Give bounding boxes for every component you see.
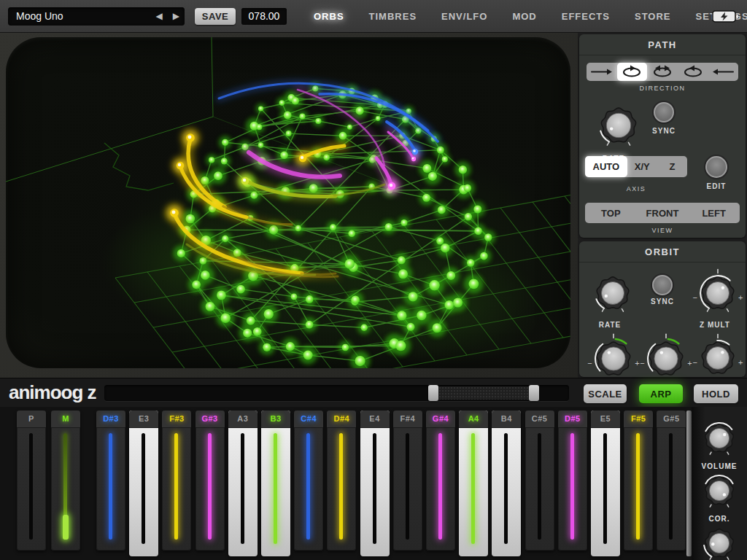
- key-stripe: [471, 433, 475, 544]
- cor-knob[interactable]: [692, 464, 746, 518]
- next-preset-icon[interactable]: ▶: [168, 7, 185, 26]
- path-sync-label: SYNC: [643, 127, 684, 135]
- key-label: A4: [459, 411, 488, 428]
- key-E3[interactable]: E3: [129, 411, 158, 556]
- key-label: F#3: [162, 411, 191, 428]
- key-stripe: [274, 433, 277, 544]
- key-Fs3[interactable]: F#3: [162, 411, 191, 551]
- orb-display-bezel: [0, 33, 578, 378]
- svg-text:+: +: [738, 293, 743, 302]
- path-panel-title: PATH: [579, 34, 746, 55]
- key-label: C#4: [294, 411, 323, 428]
- slider-range-fill: [430, 386, 538, 400]
- tab-effects[interactable]: EFFECTS: [549, 0, 622, 33]
- key-Fs5[interactable]: F#5: [624, 411, 653, 551]
- direction-selector: [587, 63, 738, 81]
- key-B4[interactable]: B4: [492, 411, 521, 556]
- key-label: M: [51, 411, 80, 428]
- key-label: G#5: [657, 411, 686, 428]
- key-E5[interactable]: E5: [591, 411, 620, 556]
- svg-text:−: −: [693, 293, 697, 302]
- tab-store[interactable]: STORE: [622, 0, 684, 33]
- key-stripe: [570, 433, 574, 540]
- key-Cs5[interactable]: C#5: [525, 411, 554, 551]
- svg-text:−: −: [693, 358, 697, 367]
- key-Fs4[interactable]: F#4: [393, 411, 422, 551]
- key-stripe: [636, 433, 640, 540]
- partial-key[interactable]: [686, 411, 692, 556]
- key-label: D#4: [327, 411, 356, 428]
- view-option-left[interactable]: LEFT: [688, 203, 740, 223]
- view-option-top[interactable]: TOP: [585, 203, 637, 223]
- tab-env-lfo[interactable]: ENV/LFO: [429, 0, 500, 33]
- direction-loop-backward-icon[interactable]: [678, 63, 708, 81]
- key-stripe: [306, 433, 310, 540]
- key-Gs4[interactable]: G#4: [426, 411, 455, 551]
- axis-selector: AUTOX/YZ: [585, 156, 687, 177]
- key-Gs3[interactable]: G#3: [196, 411, 225, 551]
- tab-orbs[interactable]: ORBS: [301, 0, 357, 33]
- key-label: G#3: [196, 411, 225, 428]
- slider-handle-left[interactable]: [428, 385, 438, 401]
- key-P[interactable]: P: [17, 411, 46, 551]
- direction-forward-icon[interactable]: [587, 63, 617, 81]
- key-M[interactable]: M: [51, 411, 80, 551]
- key-B3[interactable]: B3: [261, 411, 290, 556]
- key-label: B4: [492, 411, 521, 428]
- key-label: E3: [129, 411, 158, 428]
- prev-preset-icon[interactable]: ◀: [151, 7, 168, 26]
- keyboard: PMD#3E3F#3G#3A3B3C#4D#4E4F#4G#4A4B4C#5D#…: [0, 407, 747, 560]
- hold-button[interactable]: HOLD: [694, 384, 738, 403]
- arp-button[interactable]: ARP: [639, 384, 683, 403]
- slider-handle-right[interactable]: [529, 385, 539, 401]
- orbit-rate-knob[interactable]: [584, 264, 642, 322]
- save-button[interactable]: SAVE: [195, 8, 236, 25]
- top-tabs: ORBSTIMBRESENV/LFOMODEFFECTSSTORESETTING…: [301, 0, 747, 33]
- axis-label: AXIS: [585, 185, 687, 192]
- orb-display[interactable]: [6, 37, 570, 368]
- orbit-zmult-knob[interactable]: −+: [689, 264, 747, 322]
- view-option-front[interactable]: FRONT: [637, 203, 689, 223]
- axis-option-x-y[interactable]: X/Y: [627, 156, 657, 177]
- path-sync-button[interactable]: [654, 102, 674, 122]
- key-Ds4[interactable]: D#4: [327, 411, 356, 551]
- battery-charging-icon: [712, 9, 738, 26]
- volume-knob[interactable]: [692, 411, 746, 465]
- bottom-bar: animoog z SCALE ARP HOLD: [0, 378, 747, 407]
- svg-text:−: −: [587, 359, 592, 368]
- direction-backward-icon[interactable]: [708, 63, 738, 81]
- path-rate-knob[interactable]: [588, 95, 649, 156]
- key-label: F#4: [393, 411, 422, 428]
- edit-button[interactable]: [705, 156, 727, 178]
- key-A4[interactable]: A4: [459, 411, 488, 556]
- direction-ping-pong-icon[interactable]: [647, 63, 678, 81]
- key-label: P: [17, 411, 46, 428]
- key-stripe: [142, 433, 145, 544]
- direction-loop-forward-icon[interactable]: [617, 63, 648, 81]
- key-A3[interactable]: A3: [228, 411, 258, 556]
- glide-knob[interactable]: [692, 516, 746, 560]
- keyboard-range-slider[interactable]: [104, 385, 569, 401]
- key-stripe: [438, 433, 442, 540]
- key-label: G#4: [426, 411, 455, 428]
- key-label: E4: [360, 411, 390, 428]
- key-Gs5[interactable]: G#5: [657, 411, 686, 551]
- key-E4[interactable]: E4: [360, 411, 390, 556]
- key-Ds5[interactable]: D#5: [558, 411, 587, 551]
- scale-button[interactable]: SCALE: [584, 384, 627, 403]
- axis-option-auto[interactable]: AUTO: [585, 156, 627, 177]
- preset-selector[interactable]: Moog Uno ◀ ▶: [8, 7, 185, 26]
- value-display[interactable]: 078.00: [241, 8, 287, 25]
- animoog-app: Moog Uno ◀ ▶ SAVE 078.00 ORBSTIMBRESENV/…: [0, 0, 747, 560]
- key-Cs4[interactable]: C#4: [294, 411, 323, 551]
- key-stripe: [373, 433, 376, 544]
- key-label: D#5: [558, 411, 587, 428]
- orbit-sync-button[interactable]: [652, 275, 673, 295]
- key-Ds3[interactable]: D#3: [96, 411, 125, 551]
- key-stripe: [241, 433, 244, 544]
- key-stripe: [174, 433, 178, 540]
- axis-option-z[interactable]: Z: [657, 156, 687, 177]
- view-label: VIEW: [579, 227, 746, 234]
- tab-mod[interactable]: MOD: [500, 0, 549, 33]
- tab-timbres[interactable]: TIMBRES: [357, 0, 430, 33]
